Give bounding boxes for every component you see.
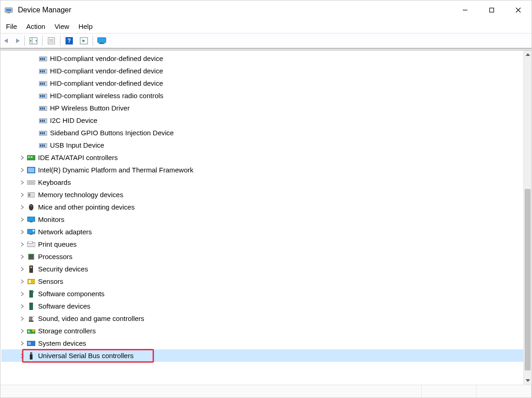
svg-rect-79	[29, 290, 33, 298]
scroll-down-icon[interactable]	[524, 376, 532, 385]
expand-icon[interactable]	[20, 205, 25, 210]
device-category[interactable]: Network adapters	[1, 226, 523, 238]
menu-action[interactable]: Action	[23, 21, 52, 32]
device-leaf[interactable]: HP Wireless Button Driver	[1, 102, 523, 114]
category-icon	[27, 290, 35, 298]
svg-rect-82	[29, 321, 33, 322]
svg-rect-11	[48, 38, 55, 44]
expand-icon[interactable]	[20, 353, 25, 359]
svg-marker-91	[526, 53, 530, 56]
device-category[interactable]: Mice and other pointing devices	[1, 201, 523, 213]
titlebar: Device Manager	[0, 0, 532, 20]
svg-marker-10	[35, 40, 37, 42]
expand-icon[interactable]	[20, 155, 25, 160]
device-label: I2C HID Device	[50, 116, 97, 124]
expand-icon[interactable]	[20, 328, 25, 334]
svg-point-70	[33, 230, 34, 232]
menu-file[interactable]: File	[3, 21, 23, 32]
device-category[interactable]: Software components	[1, 287, 523, 300]
device-category[interactable]: Sound, video and game controllers	[1, 312, 523, 325]
device-category[interactable]: System devices	[1, 337, 523, 349]
window-title: Device Manager	[18, 6, 71, 14]
svg-rect-45	[44, 120, 45, 122]
menubar: File Action View Help	[0, 20, 532, 33]
expand-icon[interactable]	[20, 180, 25, 185]
device-leaf[interactable]: Sideband GPIO Buttons Injection Device	[1, 127, 523, 139]
svg-rect-30	[39, 82, 47, 86]
device-category[interactable]: Intel(R) Dynamic Platform and Thermal Fr…	[1, 164, 523, 176]
close-button[interactable]	[505, 0, 532, 20]
svg-rect-42	[39, 119, 47, 123]
category-label: System devices	[38, 339, 86, 347]
svg-rect-36	[42, 95, 43, 97]
device-category[interactable]: Storage controllers	[1, 325, 523, 337]
device-category[interactable]: Universal Serial Bus controllers	[1, 349, 523, 362]
device-label: HID-compliant vendor-defined device	[50, 79, 163, 87]
device-category[interactable]: Keyboards	[1, 176, 523, 188]
expand-icon[interactable]	[20, 217, 25, 222]
device-leaf[interactable]: USB Input Device	[1, 139, 523, 151]
svg-rect-81	[29, 303, 33, 310]
help-button[interactable]: ?	[62, 35, 76, 47]
svg-rect-69	[30, 234, 33, 235]
device-leaf[interactable]: HID-compliant vendor-defined device	[1, 77, 523, 89]
device-category[interactable]: Monitors	[1, 213, 523, 226]
category-label: Print queues	[38, 240, 77, 248]
hid-device-icon	[39, 67, 47, 75]
svg-rect-7	[30, 38, 37, 44]
hid-device-icon	[39, 92, 47, 100]
device-category[interactable]: IDE ATA/ATAPI controllers	[1, 151, 523, 164]
expand-icon[interactable]	[20, 291, 25, 297]
device-leaf[interactable]: I2C HID Device	[1, 114, 523, 127]
expand-icon[interactable]	[20, 242, 25, 247]
show-hide-tree-button[interactable]	[27, 35, 40, 47]
device-category[interactable]: Memory technology devices	[1, 188, 523, 201]
category-icon	[27, 352, 35, 360]
expand-icon[interactable]	[20, 279, 25, 284]
expand-icon[interactable]	[20, 341, 25, 346]
device-leaf[interactable]: HID-compliant vendor-defined device	[1, 65, 523, 77]
svg-rect-86	[27, 341, 35, 346]
device-leaf[interactable]: HID-compliant wireless radio controls	[1, 89, 523, 102]
device-category[interactable]: Processors	[1, 250, 523, 263]
expand-icon[interactable]	[20, 266, 25, 272]
svg-rect-90	[32, 352, 33, 354]
expand-icon[interactable]	[20, 192, 25, 198]
properties-button[interactable]	[44, 35, 58, 47]
category-icon	[27, 315, 35, 323]
device-category[interactable]: Print queues	[1, 238, 523, 250]
svg-point-64	[29, 204, 33, 210]
device-category[interactable]: Software devices	[1, 300, 523, 312]
device-label: HID-compliant wireless radio controls	[50, 92, 164, 100]
forward-button[interactable]	[12, 35, 22, 47]
category-label: Memory technology devices	[38, 191, 123, 199]
expand-icon[interactable]	[20, 304, 25, 309]
device-category[interactable]: Sensors	[1, 275, 523, 287]
monitor-button[interactable]	[95, 35, 109, 47]
device-category[interactable]: Security devices	[1, 263, 523, 275]
scroll-up-icon[interactable]	[524, 50, 532, 59]
device-leaf[interactable]: HID-compliant vendor-defined device	[1, 52, 523, 65]
scan-hardware-button[interactable]	[77, 35, 91, 47]
expand-icon[interactable]	[20, 229, 25, 235]
expand-icon[interactable]	[20, 254, 25, 260]
maximize-button[interactable]	[478, 0, 505, 20]
back-button[interactable]	[1, 35, 11, 47]
svg-rect-83	[27, 330, 35, 333]
svg-rect-66	[27, 217, 35, 221]
minimize-button[interactable]	[452, 0, 478, 20]
svg-rect-2	[7, 12, 10, 13]
category-icon	[27, 178, 35, 187]
scroll-thumb[interactable]	[525, 189, 531, 370]
svg-rect-35	[40, 95, 41, 97]
menu-help[interactable]: Help	[76, 21, 99, 32]
expand-icon[interactable]	[20, 167, 25, 173]
device-tree[interactable]: HID-compliant vendor-defined deviceHID-c…	[0, 50, 523, 385]
category-label: Universal Serial Bus controllers	[38, 352, 133, 359]
vertical-scrollbar[interactable]	[523, 50, 532, 385]
device-label: HID-compliant vendor-defined device	[50, 67, 163, 75]
svg-rect-68	[27, 229, 35, 234]
device-label: Sideband GPIO Buttons Injection Device	[50, 129, 174, 137]
expand-icon[interactable]	[20, 316, 25, 321]
menu-view[interactable]: View	[52, 21, 76, 32]
